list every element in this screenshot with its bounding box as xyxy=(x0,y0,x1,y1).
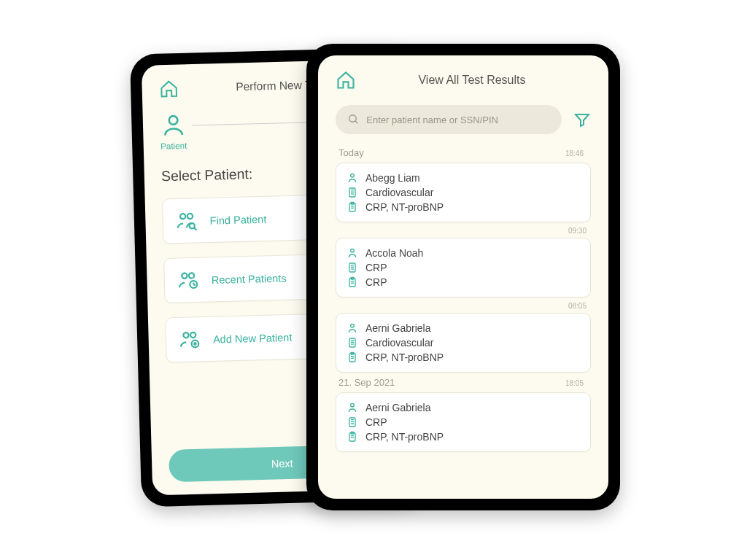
search-box[interactable] xyxy=(336,105,562,134)
result-tests-line: CRP, NT-proBNP xyxy=(347,429,580,444)
group-header: Today18:46 xyxy=(338,147,588,158)
search-icon xyxy=(347,113,359,126)
screen-view-results: View All Test Results Today18:46Abegg Li… xyxy=(318,55,608,499)
group-label: Today xyxy=(338,147,364,158)
result-patient-line: Aerni Gabriela xyxy=(347,400,580,415)
result-panel-line: Cardiovascular xyxy=(347,335,580,350)
panel-icon xyxy=(347,416,358,428)
add-patient-icon xyxy=(179,329,201,351)
result-card[interactable]: Aerni GabrielaCardiovascularCRP, NT-proB… xyxy=(336,313,591,373)
result-patient-name: Aerni Gabriela xyxy=(365,322,431,334)
result-card[interactable]: Abegg LiamCardiovascularCRP, NT-proBNP xyxy=(336,163,591,222)
svg-point-38 xyxy=(351,324,355,327)
result-time: 18:05 xyxy=(565,379,588,387)
panel-icon xyxy=(347,187,358,198)
result-patient-line: Abegg Liam xyxy=(347,171,580,185)
svg-point-0 xyxy=(169,116,177,125)
search-row xyxy=(336,105,591,134)
clipboard-icon xyxy=(347,431,358,443)
home-icon[interactable] xyxy=(336,70,356,90)
group-header: 21. Sep 202118:05 xyxy=(338,377,588,388)
result-card[interactable]: Aerni GabrielaCRPCRP, NT-proBNP xyxy=(336,392,591,452)
svg-point-9 xyxy=(189,273,194,278)
next-button-label: Next xyxy=(271,456,293,469)
result-panel-line: CRP xyxy=(347,260,580,275)
result-tests: CRP, NT-proBNP xyxy=(365,351,444,363)
result-time: 09:30 xyxy=(336,227,587,235)
option-label: Recent Patients xyxy=(212,271,287,285)
result-time: 08:05 xyxy=(336,302,587,310)
svg-point-13 xyxy=(183,332,188,338)
step-label: Patient xyxy=(160,141,187,152)
page-title: View All Test Results xyxy=(374,74,570,87)
result-tests-line: CRP, NT-proBNP xyxy=(347,200,580,214)
result-panel: CRP xyxy=(365,262,387,273)
svg-point-47 xyxy=(351,403,355,407)
result-panel: Cardiovascular xyxy=(365,337,433,349)
result-card[interactable]: Accola NoahCRPCRP xyxy=(336,238,591,298)
result-tests: CRP xyxy=(365,276,387,288)
result-panel-line: CRP xyxy=(347,415,580,429)
clipboard-icon xyxy=(347,276,358,288)
svg-point-18 xyxy=(349,115,357,122)
find-patient-icon xyxy=(176,210,198,232)
search-input[interactable] xyxy=(366,114,550,125)
filter-icon[interactable] xyxy=(573,111,591,128)
panel-icon xyxy=(347,337,358,349)
result-patient-line: Aerni Gabriela xyxy=(347,321,580,335)
result-patient-line: Accola Noah xyxy=(347,246,580,260)
result-panel: Cardiovascular xyxy=(365,187,433,198)
svg-point-8 xyxy=(182,273,187,279)
clipboard-icon xyxy=(347,351,358,363)
person-icon xyxy=(347,402,358,413)
person-icon xyxy=(160,112,187,139)
svg-line-19 xyxy=(355,121,357,123)
result-panel: CRP xyxy=(365,416,387,428)
svg-line-12 xyxy=(193,284,195,285)
result-panel-line: Cardiovascular xyxy=(347,185,580,200)
person-icon xyxy=(347,322,358,334)
home-icon[interactable] xyxy=(159,79,179,99)
result-time: 18:46 xyxy=(565,149,588,158)
result-tests-line: CRP xyxy=(347,275,580,289)
option-label: Find Patient xyxy=(209,213,266,227)
svg-point-29 xyxy=(351,249,355,252)
person-icon xyxy=(347,247,358,259)
panel-icon xyxy=(347,262,358,273)
result-tests-line: CRP, NT-proBNP xyxy=(347,350,580,365)
result-patient-name: Aerni Gabriela xyxy=(365,402,431,413)
svg-point-20 xyxy=(351,174,355,177)
header: View All Test Results xyxy=(336,70,591,90)
results-list: Today18:46Abegg LiamCardiovascularCRP, N… xyxy=(336,147,591,452)
result-patient-name: Abegg Liam xyxy=(365,172,420,184)
option-label: Add New Patient xyxy=(213,331,293,345)
svg-point-14 xyxy=(190,332,196,338)
clipboard-icon xyxy=(347,201,358,213)
result-patient-name: Accola Noah xyxy=(365,247,423,259)
svg-line-7 xyxy=(194,228,197,230)
group-label: 21. Sep 2021 xyxy=(338,377,395,388)
recent-patients-icon xyxy=(177,269,199,291)
svg-point-5 xyxy=(187,214,193,219)
result-tests: CRP, NT-proBNP xyxy=(365,201,444,213)
step-patient[interactable]: Patient xyxy=(160,112,187,151)
svg-point-4 xyxy=(180,214,185,219)
person-icon xyxy=(347,172,358,184)
tablet-view-results: View All Test Results Today18:46Abegg Li… xyxy=(306,44,620,510)
result-tests: CRP, NT-proBNP xyxy=(365,431,444,443)
